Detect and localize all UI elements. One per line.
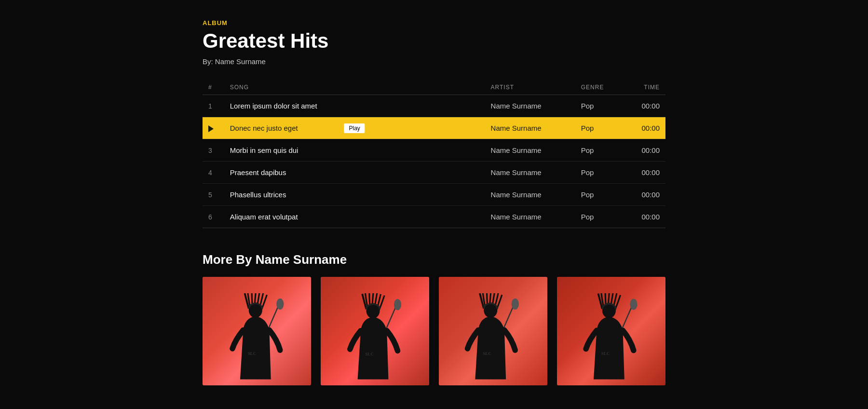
track-song: Praesent dapibus bbox=[224, 162, 485, 184]
more-by-section: More By Name Surname bbox=[203, 252, 665, 385]
track-num: 1 bbox=[203, 95, 224, 117]
track-artist: Name Surname bbox=[485, 117, 575, 139]
track-song: Aliquam erat volutpat bbox=[224, 206, 485, 228]
svg-text:SLC: SLC bbox=[601, 351, 609, 356]
track-song: Lorem ipsum dolor sit amet bbox=[224, 95, 485, 117]
album-card-1[interactable]: SLC bbox=[203, 277, 311, 385]
album-art-1: SLC bbox=[203, 277, 311, 385]
album-by: By: Name Surname bbox=[203, 57, 665, 66]
album-header: ALBUM Greatest Hits By: Name Surname bbox=[203, 19, 665, 66]
svg-point-1 bbox=[276, 299, 284, 310]
col-header-song: SONG bbox=[224, 80, 485, 95]
svg-point-5 bbox=[393, 299, 401, 310]
album-art-2: SLC bbox=[321, 277, 429, 385]
track-genre: Pop bbox=[575, 139, 625, 162]
albums-grid: SLC bbox=[203, 277, 665, 385]
track-num: 6 bbox=[203, 206, 224, 228]
album-card-2[interactable]: SLC bbox=[321, 277, 429, 385]
play-icon bbox=[208, 125, 214, 132]
more-by-title: More By Name Surname bbox=[203, 252, 665, 267]
track-artist: Name Surname bbox=[485, 184, 575, 206]
col-header-artist: ARTIST bbox=[485, 80, 575, 95]
track-num bbox=[203, 117, 224, 139]
col-header-num: # bbox=[203, 80, 224, 95]
album-art-3: SLC bbox=[439, 277, 547, 385]
track-num: 5 bbox=[203, 184, 224, 206]
col-header-time: TIME bbox=[625, 80, 665, 95]
track-table: # SONG ARTIST GENRE TIME 1 Lorem ipsum d… bbox=[203, 80, 665, 228]
track-num: 4 bbox=[203, 162, 224, 184]
track-genre: Pop bbox=[575, 162, 625, 184]
table-row[interactable]: 5 Phasellus ultrices Name Surname Pop 00… bbox=[203, 184, 665, 206]
track-artist: Name Surname bbox=[485, 95, 575, 117]
table-header-row: # SONG ARTIST GENRE TIME bbox=[203, 80, 665, 95]
table-row[interactable]: Donec nec justo eget Play Name Surname P… bbox=[203, 117, 665, 139]
track-time: 00:00 bbox=[625, 95, 665, 117]
table-row[interactable]: 3 Morbi in sem quis dui Name Surname Pop… bbox=[203, 139, 665, 162]
track-song: Donec nec justo eget Play bbox=[224, 117, 485, 139]
track-time: 00:00 bbox=[625, 206, 665, 228]
by-prefix: By: bbox=[203, 57, 213, 66]
svg-point-9 bbox=[511, 299, 518, 310]
page-container: ALBUM Greatest Hits By: Name Surname # S… bbox=[193, 0, 675, 405]
col-header-genre: GENRE bbox=[575, 80, 625, 95]
svg-text:SLC: SLC bbox=[483, 351, 491, 355]
track-genre: Pop bbox=[575, 184, 625, 206]
table-row[interactable]: 6 Aliquam erat volutpat Name Surname Pop… bbox=[203, 206, 665, 228]
album-artist: Name Surname bbox=[215, 57, 266, 66]
table-row[interactable]: 4 Praesent dapibus Name Surname Pop 00:0… bbox=[203, 162, 665, 184]
track-time: 00:00 bbox=[625, 139, 665, 162]
track-artist: Name Surname bbox=[485, 162, 575, 184]
track-num: 3 bbox=[203, 139, 224, 162]
album-title: Greatest Hits bbox=[203, 29, 665, 53]
album-label: ALBUM bbox=[203, 19, 665, 27]
track-time: 00:00 bbox=[625, 117, 665, 139]
album-art-4: SLC bbox=[557, 277, 665, 385]
album-card-3[interactable]: SLC bbox=[439, 277, 547, 385]
track-genre: Pop bbox=[575, 206, 625, 228]
track-artist: Name Surname bbox=[485, 139, 575, 162]
svg-text:SLC: SLC bbox=[365, 352, 373, 356]
svg-point-13 bbox=[630, 299, 637, 310]
track-song-name: Donec nec justo eget bbox=[230, 124, 298, 132]
track-song: Phasellus ultrices bbox=[224, 184, 485, 206]
track-time: 00:00 bbox=[625, 184, 665, 206]
table-row[interactable]: 1 Lorem ipsum dolor sit amet Name Surnam… bbox=[203, 95, 665, 117]
svg-text:SLC: SLC bbox=[247, 351, 256, 355]
album-card-4[interactable]: SLC bbox=[557, 277, 665, 385]
play-tooltip[interactable]: Play bbox=[344, 123, 365, 133]
track-time: 00:00 bbox=[625, 162, 665, 184]
track-song: Morbi in sem quis dui bbox=[224, 139, 485, 162]
track-genre: Pop bbox=[575, 95, 625, 117]
track-artist: Name Surname bbox=[485, 206, 575, 228]
track-genre: Pop bbox=[575, 117, 625, 139]
